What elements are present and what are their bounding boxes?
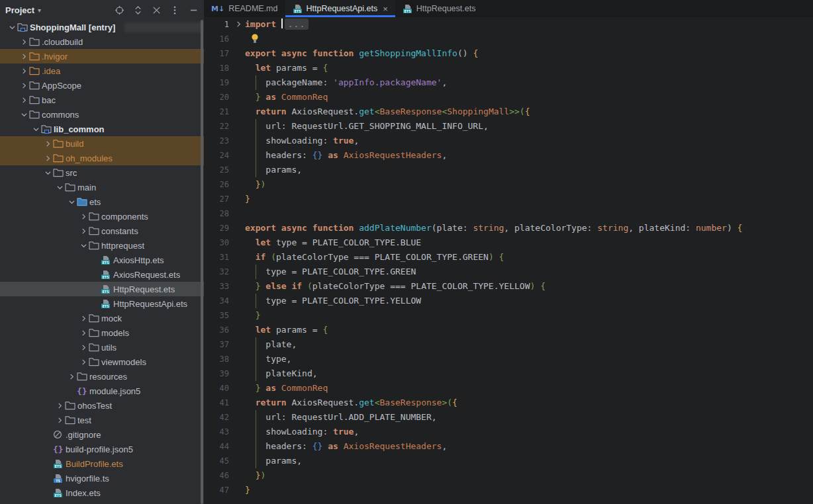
code-line-content[interactable]: return AxiosRequest.get<BaseResponse<Sho…	[245, 105, 813, 119]
tree-item-shoppingmall-entry[interactable]: ShoppingMall [entry]	[0, 20, 204, 34]
chevron-collapsed-icon[interactable]	[54, 417, 65, 423]
code-line-17[interactable]: 17export async function getShoppingMallI…	[204, 46, 813, 61]
tree-item-axiosrequest-ets[interactable]: ETSAxiosRequest.ets	[0, 267, 204, 282]
tree-item-hvigor[interactable]: .hvigor	[0, 49, 204, 63]
code-line-content[interactable]: packageName: 'appInfo.packageName',	[245, 75, 813, 90]
tab-httprequestapi-ets[interactable]: ETSHttpRequestApi.ets×	[285, 0, 395, 17]
chevron-expanded-icon[interactable]	[78, 243, 89, 249]
tree-item-viewmodels[interactable]: viewmodels	[0, 355, 204, 369]
code-line-40[interactable]: 40 } as CommonReq	[204, 381, 813, 396]
tree-item-build[interactable]: build	[0, 136, 204, 151]
code-line-content[interactable]: })	[245, 468, 813, 483]
tree-item-bac[interactable]: bac	[0, 93, 204, 107]
tree-item-mock[interactable]: mock	[0, 311, 204, 325]
code-line-content[interactable]: if (plateColorType === PLATE_COLOR_TYPE.…	[245, 250, 813, 265]
tree-item-components[interactable]: components	[0, 209, 204, 224]
tree-item-oh-modules[interactable]: oh_modules	[0, 151, 204, 165]
code-line-37[interactable]: 37 plate,	[204, 337, 813, 352]
code-line-content[interactable]: let params = {	[245, 61, 813, 75]
collapse-icon[interactable]	[151, 5, 162, 15]
chevron-collapsed-icon[interactable]	[78, 214, 89, 220]
code-line-content[interactable]: return AxiosRequest.get<BaseResponse>({	[245, 396, 813, 410]
more-icon[interactable]	[169, 5, 180, 15]
code-line-36[interactable]: 36 let params = {	[204, 323, 813, 337]
code-line-content[interactable]: }	[245, 483, 813, 497]
code-line-content[interactable]: }	[245, 308, 813, 323]
tree-item-constants[interactable]: constants	[0, 224, 204, 238]
code-line-18[interactable]: 18 let params = {	[204, 61, 813, 75]
code-line-16[interactable]: 16	[204, 32, 813, 46]
project-panel-title[interactable]: Project	[5, 5, 34, 15]
chevron-expanded-icon[interactable]	[66, 199, 77, 205]
code-line-content[interactable]: url: RequestUrl.GET_SHOPPING_MALL_INFO_U…	[245, 119, 813, 134]
tab-readme-md[interactable]: M↓README.md	[204, 0, 285, 17]
code-line-41[interactable]: 41 return AxiosRequest.get<BaseResponse>…	[204, 396, 813, 410]
code-line-content[interactable]: params,	[245, 163, 813, 177]
chevron-collapsed-icon[interactable]	[19, 83, 29, 89]
tree-item-resources[interactable]: resources	[0, 369, 204, 384]
code-line-content[interactable]: import ...	[245, 17, 813, 32]
chevron-collapsed-icon[interactable]	[19, 54, 29, 60]
code-line-content[interactable]: let params = {	[245, 323, 813, 337]
code-line-content[interactable]: headers: {} as AxiosRequestHeaders,	[245, 148, 813, 163]
folded-code-placeholder[interactable]: ...	[285, 19, 309, 30]
code-line-39[interactable]: 39 plateKind,	[204, 366, 813, 381]
code-line-19[interactable]: 19 packageName: 'appInfo.packageName',	[204, 75, 813, 90]
code-line-content[interactable]: type,	[245, 352, 813, 366]
code-area[interactable]: 1import ...1617export async function get…	[204, 17, 813, 497]
tree-item-ets[interactable]: ets	[0, 194, 204, 209]
code-line-46[interactable]: 46 })	[204, 468, 813, 483]
tree-item-module-json5[interactable]: {}module.json5	[0, 384, 204, 398]
code-line-content[interactable]: plate,	[245, 337, 813, 352]
chevron-collapsed-icon[interactable]	[19, 68, 29, 74]
chevron-collapsed-icon[interactable]	[19, 97, 29, 103]
code-line-43[interactable]: 43 showLoading: true,	[204, 425, 813, 439]
code-line-content[interactable]: let type = PLATE_COLOR_TYPE.BLUE	[245, 235, 813, 250]
code-line-content[interactable]: showLoading: true,	[245, 425, 813, 439]
chevron-expanded-icon[interactable]	[42, 170, 53, 176]
tree-item-cloudbuild[interactable]: .cloudbuild	[0, 34, 204, 49]
code-line-38[interactable]: 38 type,	[204, 352, 813, 366]
code-line-22[interactable]: 22 url: RequestUrl.GET_SHOPPING_MALL_INF…	[204, 119, 813, 134]
chevron-collapsed-icon[interactable]	[54, 403, 65, 409]
code-line-42[interactable]: 42 url: RequestUrl.ADD_PLATE_NUMBER,	[204, 410, 813, 425]
code-line-content[interactable]: showLoading: true,	[245, 134, 813, 148]
code-line-content[interactable]: url: RequestUrl.ADD_PLATE_NUMBER,	[245, 410, 813, 425]
tree-item-ohostest[interactable]: ohosTest	[0, 398, 204, 413]
tree-item-httprequest[interactable]: httprequest	[0, 238, 204, 253]
code-line-21[interactable]: 21 return AxiosRequest.get<BaseResponse<…	[204, 105, 813, 119]
chevron-collapsed-icon[interactable]	[78, 315, 89, 321]
code-line-content[interactable]: type = PLATE_COLOR_TYPE.GREEN	[245, 265, 813, 279]
tree-item-httprequestapi-ets[interactable]: ETSHttpRequestApi.ets	[0, 296, 204, 311]
chevron-collapsed-icon[interactable]	[42, 155, 53, 161]
chevron-expanded-icon[interactable]	[19, 112, 29, 118]
project-tree-scrollbar[interactable]	[201, 20, 203, 504]
chevron-collapsed-icon[interactable]	[78, 228, 89, 234]
chevron-collapsed-icon[interactable]	[78, 345, 89, 351]
code-line-30[interactable]: 30 let type = PLATE_COLOR_TYPE.BLUE	[204, 235, 813, 250]
code-line-content[interactable]: })	[245, 177, 813, 192]
tree-item-appscope[interactable]: AppScope	[0, 78, 204, 93]
code-line-33[interactable]: 33 } else if (plateColorType === PLATE_C…	[204, 279, 813, 294]
chevron-collapsed-icon[interactable]	[19, 39, 29, 45]
chevron-expanded-icon[interactable]	[7, 24, 17, 30]
tree-item-src[interactable]: src	[0, 165, 204, 180]
chevron-expanded-icon[interactable]	[30, 126, 41, 132]
code-line-content[interactable]: type = PLATE_COLOR_TYPE.YELLOW	[245, 294, 813, 308]
tree-item-commons[interactable]: commons	[0, 107, 204, 122]
tree-item-index-ets[interactable]: ETSIndex.ets	[0, 485, 204, 500]
code-line-27[interactable]: 27}	[204, 192, 813, 206]
locate-icon[interactable]	[114, 5, 124, 15]
code-line-content[interactable]: export async function getShoppingMallInf…	[245, 46, 813, 61]
tree-item-buildprofile-ets[interactable]: ETSBuildProfile.ets	[0, 456, 204, 471]
tree-item-build-profile-json5[interactable]: {}build-profile.json5	[0, 442, 204, 456]
code-line-content[interactable]: plateKind,	[245, 366, 813, 381]
code-line-content[interactable]: export async function addPlateNumber(pla…	[245, 221, 813, 235]
tree-item-utils[interactable]: utils	[0, 340, 204, 355]
code-line-47[interactable]: 47}	[204, 483, 813, 497]
close-tab-icon[interactable]: ×	[383, 5, 388, 13]
code-line-34[interactable]: 34 type = PLATE_COLOR_TYPE.YELLOW	[204, 294, 813, 308]
code-line-44[interactable]: 44 headers: {} as AxiosRequestHeaders,	[204, 439, 813, 454]
expand-icon[interactable]	[132, 5, 143, 15]
code-line-20[interactable]: 20 } as CommonReq	[204, 90, 813, 105]
